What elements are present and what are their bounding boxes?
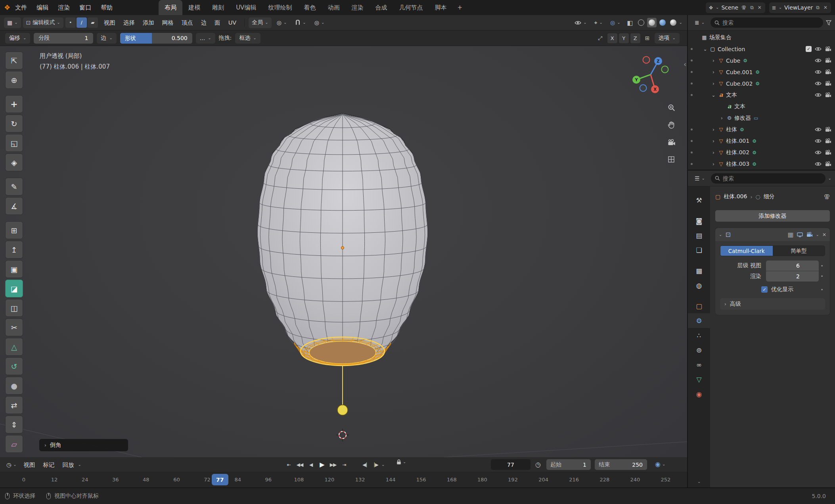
eye-icon[interactable]: [815, 139, 822, 143]
viewport-menu-item[interactable]: 面: [211, 15, 224, 31]
gizmo-neg-y-ball[interactable]: [662, 66, 668, 73]
shading-options-chevron-icon[interactable]: ⌄: [679, 21, 682, 25]
tool-bevel-button[interactable]: ◪: [5, 280, 23, 297]
properties-tab-material[interactable]: ◉: [688, 387, 710, 401]
axis-toggle-x[interactable]: X: [607, 33, 617, 43]
workspace-tab[interactable]: 脚本: [429, 0, 452, 15]
outliner-editor-type-button[interactable]: ≣ ⌄: [691, 17, 708, 28]
tool-knife-button[interactable]: ✂: [5, 318, 23, 336]
new-viewlayer-icon[interactable]: ⧉: [815, 5, 820, 10]
overlays-dropdown[interactable]: ◎ ⌄: [607, 17, 624, 28]
outliner-row[interactable]: ⌄a文本: [688, 89, 835, 101]
preview-range-clock-icon[interactable]: ◷: [535, 461, 541, 468]
app-menu-item[interactable]: 帮助: [96, 0, 117, 15]
navigation-gizmo[interactable]: YXZ: [629, 53, 672, 96]
select-through-icon[interactable]: ⤢: [595, 33, 605, 43]
outliner-row[interactable]: ›▽柱体.002⚙: [688, 147, 835, 158]
expand-chevron-icon[interactable]: ›: [710, 81, 717, 86]
display-editmode-icon[interactable]: ▦: [787, 231, 793, 238]
tool-spin-button[interactable]: ↺: [5, 357, 23, 375]
properties-search[interactable]: [711, 173, 825, 184]
tool-shear-button[interactable]: ▱: [5, 435, 23, 453]
scene-canvas[interactable]: [0, 46, 687, 457]
app-menu-item[interactable]: 窗口: [75, 0, 96, 15]
bevel-gizmo-handle[interactable]: [337, 405, 348, 415]
camera-icon[interactable]: [825, 161, 831, 167]
app-menu-item[interactable]: 渲染: [53, 0, 75, 15]
timeline-menu-item[interactable]: 视图: [20, 457, 39, 472]
workspace-tab[interactable]: 合成: [369, 0, 393, 15]
next-frame-button[interactable]: |▶: [370, 459, 381, 470]
expand-chevron-icon[interactable]: ›: [710, 58, 717, 63]
gizmos-dropdown[interactable]: ⌖ ⌄: [591, 17, 606, 28]
shape-slider[interactable]: 形状 0.500: [120, 33, 192, 44]
properties-tab-object[interactable]: ▢: [688, 299, 710, 313]
camera-view-button[interactable]: [665, 136, 677, 148]
tool-edge-slide-button[interactable]: ⇄: [5, 396, 23, 414]
edge-select-button[interactable]: ∕: [77, 17, 87, 28]
eye-icon[interactable]: [815, 70, 822, 74]
segments-field[interactable]: 分段 1: [34, 33, 93, 44]
outliner-search-input[interactable]: [722, 19, 819, 26]
properties-tab-constraints[interactable]: ∞: [688, 357, 710, 372]
playhead[interactable]: 77: [212, 474, 228, 485]
vertex-select-button[interactable]: •: [65, 17, 76, 28]
tool-loop-cut-button[interactable]: ◫: [5, 299, 23, 317]
properties-tab-world[interactable]: ◍: [688, 278, 710, 293]
camera-icon[interactable]: [825, 92, 831, 98]
subdiv-type-option[interactable]: Catmull-Clark: [720, 246, 773, 256]
app-menu-item[interactable]: 文件: [10, 0, 32, 15]
animate-dot-icon[interactable]: •: [819, 273, 825, 279]
animate-dot-icon[interactable]: •: [819, 263, 825, 269]
axis-toggle-z[interactable]: Z: [630, 33, 640, 43]
workspace-tab[interactable]: 着色: [298, 0, 322, 15]
outliner-row[interactable]: ›▽Cube.002⚙: [688, 78, 835, 89]
tool-rotate-button[interactable]: ↻: [5, 115, 23, 132]
tabs-overflow-chevron-icon[interactable]: ⌄: [697, 479, 701, 484]
expand-chevron-icon[interactable]: ›: [710, 161, 717, 167]
play-reverse-button[interactable]: ◀: [305, 459, 316, 470]
workspace-tab[interactable]: 布局: [159, 0, 182, 15]
add-workspace-button[interactable]: +: [452, 0, 467, 15]
tool-select-box-button[interactable]: ⇱: [5, 52, 23, 69]
expand-chevron-icon[interactable]: ›: [710, 127, 717, 132]
tool-move-button[interactable]: +: [5, 95, 23, 113]
blender-logo-icon[interactable]: ❖: [4, 4, 10, 11]
jump-to-end-button[interactable]: ⇥: [339, 459, 350, 470]
pivot-point-dropdown[interactable]: ◎ ⌄: [274, 17, 290, 28]
collapse-chevron-icon[interactable]: ⌄: [710, 92, 717, 98]
workspace-tab[interactable]: 几何节点: [393, 0, 429, 15]
jump-to-start-button[interactable]: ⇤: [283, 459, 294, 470]
tool-add-cube-button[interactable]: ⊞: [5, 221, 23, 239]
play-button[interactable]: ▶: [316, 459, 327, 470]
app-menu-item[interactable]: 编辑: [32, 0, 53, 15]
outliner-search[interactable]: [711, 17, 823, 28]
tool-measure-button[interactable]: ∡: [5, 197, 23, 215]
camera-icon[interactable]: [825, 46, 831, 52]
eye-icon[interactable]: [815, 93, 822, 97]
eye-icon[interactable]: [815, 58, 822, 63]
properties-tab-physics[interactable]: ⊚: [688, 343, 710, 357]
tool-smooth-button[interactable]: ●: [5, 377, 23, 395]
unlink-scene-icon[interactable]: ✕: [757, 5, 762, 10]
collapse-chevron-icon[interactable]: ⌄: [702, 46, 709, 52]
properties-search-input[interactable]: [723, 175, 822, 182]
timeline-menu-item[interactable]: 标记: [39, 457, 59, 472]
shading-wireframe-button[interactable]: [636, 18, 646, 27]
gizmo-neg-x-ball[interactable]: [643, 57, 650, 63]
pin-icon[interactable]: ⚢: [824, 193, 830, 200]
orthographic-toggle-button[interactable]: [665, 153, 677, 165]
viewport-menu-item[interactable]: 添加: [139, 15, 158, 31]
viewport-menu-item[interactable]: 视图: [100, 15, 119, 31]
face-select-button[interactable]: ▰: [88, 17, 98, 28]
axis-toggle-y[interactable]: Y: [619, 33, 629, 43]
remove-viewlayer-icon[interactable]: ✕: [823, 5, 828, 10]
prev-frame-button[interactable]: ◀|: [359, 459, 370, 470]
operator-redo-panel[interactable]: › 倒角: [39, 439, 128, 451]
camera-icon[interactable]: [825, 81, 831, 86]
editor-type-button[interactable]: ▦ ⌄: [4, 17, 21, 28]
properties-tab-particles[interactable]: ∴: [688, 328, 710, 343]
properties-tab-view-layer[interactable]: ❏: [688, 243, 710, 257]
prev-keyframe-button[interactable]: ◀◀: [294, 459, 305, 470]
tool-extrude-region-button[interactable]: ↥: [5, 241, 23, 259]
